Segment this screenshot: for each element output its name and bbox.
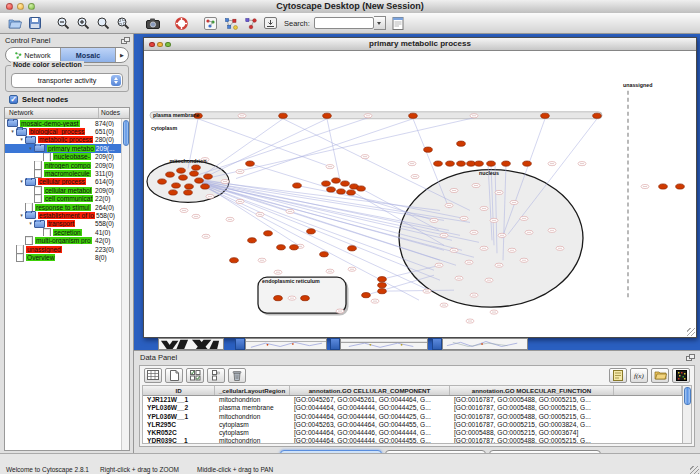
unselect-attributes-icon[interactable]: [207, 368, 225, 383]
network-window[interactable]: primary metabolic process plasma membran…: [143, 37, 697, 338]
search-dropdown-arrow[interactable]: [374, 16, 386, 30]
table-row[interactable]: YJR121W__1mitochondrion[GO:0045267, GO:0…: [143, 396, 682, 404]
table-row[interactable]: YKR052Ccytoplasm[GO:0044464, GO:0044446,…: [143, 429, 682, 437]
network-node[interactable]: [169, 190, 178, 195]
tree-row[interactable]: secretion41(0): [5, 228, 122, 236]
select-all-attributes-icon[interactable]: [144, 368, 162, 383]
network-node[interactable]: [523, 161, 532, 166]
network-node[interactable]: [327, 187, 336, 192]
tree-row[interactable]: nitrogen compo209(0): [5, 161, 122, 169]
apply-layout-2-icon[interactable]: [242, 15, 259, 32]
network-node[interactable]: [322, 181, 331, 186]
network-close-button[interactable]: [149, 42, 155, 48]
network-node[interactable]: [676, 184, 685, 189]
tree-row[interactable]: cell communicat22(0): [5, 195, 122, 203]
network-node[interactable]: [279, 113, 288, 118]
tree-column-network[interactable]: Network: [5, 108, 99, 118]
tab-network[interactable]: Network: [6, 48, 61, 62]
new-attribute-icon[interactable]: [165, 368, 183, 383]
disclosure-triangle-icon[interactable]: ▼: [18, 179, 25, 184]
zoom-fit-icon[interactable]: [95, 15, 112, 32]
tree-row[interactable]: ▼transport558(0): [5, 220, 122, 228]
tree-row[interactable]: mosaic-demo-yeast874(0): [5, 119, 122, 127]
network-node[interactable]: [541, 113, 550, 118]
network-node[interactable]: [457, 161, 466, 166]
attribute-list-icon[interactable]: [609, 368, 627, 383]
network-node[interactable]: [378, 283, 387, 288]
table-row[interactable]: YDR039C__1mitochondrion[GO:0044464, GO:0…: [143, 437, 682, 444]
network-node[interactable]: [347, 190, 356, 195]
network-node[interactable]: [502, 161, 511, 166]
tree-row[interactable]: ▼cellular process614(0): [5, 178, 122, 186]
tab-mosaic[interactable]: Mosaic: [61, 48, 116, 62]
tree-row[interactable]: ▼metabolic process280(0): [5, 136, 122, 144]
table-row[interactable]: YLR295Ccytoplasm[GO:0045263, GO:0044464,…: [143, 421, 682, 429]
network-node[interactable]: [424, 147, 433, 152]
network-node[interactable]: [179, 175, 188, 180]
tree-row[interactable]: macromolecule311(0): [5, 169, 122, 177]
network-zoom-button[interactable]: [165, 42, 171, 48]
network-node[interactable]: [230, 258, 239, 263]
network-node[interactable]: [378, 289, 387, 294]
tree-row[interactable]: ▼establishment of lo558(0): [5, 211, 122, 219]
network-window-titlebar[interactable]: primary metabolic process: [144, 38, 696, 51]
app-resize-grip[interactable]: [690, 466, 699, 474]
tab-overflow-arrow[interactable]: ▶: [116, 48, 128, 62]
delete-attribute-icon[interactable]: [228, 368, 246, 383]
snapshot-icon[interactable]: [144, 15, 161, 32]
network-node[interactable]: [166, 172, 175, 177]
column-header[interactable]: annotation.GO CELLULAR_COMPONENT: [290, 386, 450, 395]
tree-row[interactable]: ▼primary metabo209(...: [5, 144, 122, 152]
vizmapper-icon[interactable]: [202, 15, 219, 32]
network-node[interactable]: [348, 246, 357, 251]
network-node[interactable]: [274, 296, 283, 301]
network-node[interactable]: [337, 189, 346, 194]
network-node[interactable]: [293, 183, 302, 188]
network-node[interactable]: [357, 186, 366, 191]
network-node[interactable]: [593, 113, 602, 118]
tree-column-nodes[interactable]: Nodes: [99, 108, 129, 118]
node-color-dropdown[interactable]: transporter activity: [11, 73, 123, 88]
network-node[interactable]: [264, 231, 273, 236]
float-panel-icon[interactable]: [121, 37, 129, 44]
tree-row[interactable]: ▼biological_process651(0): [5, 127, 122, 135]
disclosure-triangle-icon[interactable]: ▼: [27, 221, 34, 226]
network-node[interactable]: [195, 178, 204, 183]
zoom-in-icon[interactable]: [75, 15, 92, 32]
network-node[interactable]: [378, 277, 387, 282]
function-builder-icon[interactable]: f(x): [630, 368, 648, 383]
tree-row[interactable]: multi-organism pro42(0): [5, 236, 122, 244]
search-input[interactable]: [314, 17, 374, 29]
import-attributes-icon[interactable]: [651, 368, 669, 383]
network-node[interactable]: [323, 113, 332, 118]
tree-row[interactable]: Overview8(0): [5, 253, 122, 261]
network-node[interactable]: [362, 293, 371, 298]
network-node[interactable]: [434, 161, 443, 166]
tree-row[interactable]: nucleobase-209(0): [5, 153, 122, 161]
column-header[interactable]: _cellularLayoutRegion: [215, 386, 290, 395]
network-node[interactable]: [204, 174, 213, 179]
tree-row[interactable]: cellular metabol209(0): [5, 186, 122, 194]
apply-layout-1-icon[interactable]: [222, 15, 239, 32]
disclosure-triangle-icon[interactable]: ▼: [18, 137, 25, 142]
network-node[interactable]: [158, 179, 167, 184]
network-node[interactable]: [192, 165, 201, 170]
open-file-icon[interactable]: [6, 15, 23, 32]
attribute-editor-icon[interactable]: [390, 15, 407, 32]
network-node[interactable]: [248, 238, 257, 243]
tree-scrollbar[interactable]: [121, 119, 129, 450]
network-node[interactable]: [201, 184, 210, 189]
network-node[interactable]: [320, 252, 329, 257]
network-node[interactable]: [177, 168, 186, 173]
annotation-icon[interactable]: [262, 15, 279, 32]
network-node[interactable]: [659, 184, 668, 189]
network-node[interactable]: [341, 181, 350, 186]
select-attributes-icon[interactable]: [186, 368, 204, 383]
network-node[interactable]: [307, 229, 316, 234]
table-scrollbar-thumb[interactable]: [684, 387, 691, 405]
zoom-out-icon[interactable]: [55, 15, 72, 32]
table-scrollbar[interactable]: [682, 385, 692, 444]
network-node[interactable]: [332, 178, 341, 183]
disclosure-triangle-icon[interactable]: ▼: [27, 146, 34, 151]
window-resize-grip[interactable]: [687, 328, 695, 336]
